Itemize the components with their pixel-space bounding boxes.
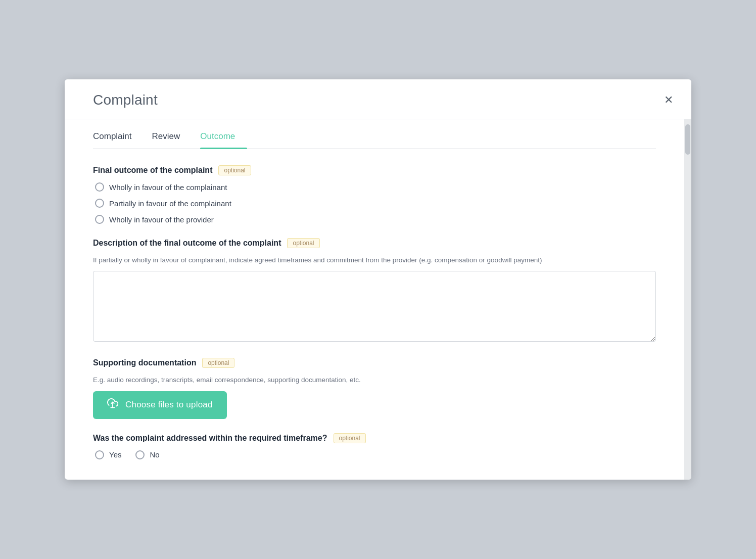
radio-wholly-provider[interactable]: Wholly in favour of the provider [95,215,656,224]
radio-yes-input[interactable] [95,450,104,459]
final-outcome-optional-badge: optional [218,165,251,175]
timeframe-radio-group: Yes No [95,450,656,459]
supporting-docs-section: Supporting documentation optional E.g. a… [93,358,656,419]
final-outcome-radio-group: Wholly in favour of the complainant Part… [95,182,656,224]
description-optional-badge: optional [287,238,319,248]
upload-icon [107,398,118,412]
radio-no-input[interactable] [135,450,145,459]
tab-complaint[interactable]: Complaint [93,123,144,149]
tab-review[interactable]: Review [152,123,193,149]
supporting-docs-helper-text: E.g. audio recordings, transcripts, emai… [93,375,656,385]
upload-button[interactable]: Choose files to upload [93,391,227,419]
modal: Complaint ✕ Complaint Review Outcome [65,79,691,480]
description-label-row: Description of the final outcome of the … [93,238,656,248]
supporting-docs-title: Supporting documentation [93,358,196,367]
modal-header: Complaint ✕ [65,79,691,119]
description-textarea[interactable] [93,271,656,342]
radio-no[interactable]: No [135,450,159,459]
radio-wholly-complainant-input[interactable] [95,182,104,192]
modal-body: Complaint Review Outcome Final outcome o… [65,119,691,480]
description-helper-text: If partially or wholly in favour of comp… [93,255,656,265]
close-button[interactable]: ✕ [662,91,675,109]
final-outcome-section: Final outcome of the complaint optional … [93,165,656,224]
supporting-docs-optional-badge: optional [202,358,234,368]
modal-content: Complaint Review Outcome Final outcome o… [65,119,684,480]
final-outcome-label-row: Final outcome of the complaint optional [93,165,656,175]
scrollbar-track[interactable] [684,119,691,480]
description-title: Description of the final outcome of the … [93,239,281,248]
description-section: Description of the final outcome of the … [93,238,656,343]
scrollbar-thumb[interactable] [685,124,690,155]
radio-wholly-provider-input[interactable] [95,215,104,224]
timeframe-section: Was the complaint addressed within the r… [93,433,656,459]
radio-partially-complainant[interactable]: Partially in favour of the complainant [95,199,656,208]
modal-title: Complaint [93,92,158,108]
tabs-container: Complaint Review Outcome [93,119,656,149]
radio-wholly-complainant[interactable]: Wholly in favour of the complainant [95,182,656,192]
upload-button-label: Choose files to upload [125,400,213,410]
tab-outcome[interactable]: Outcome [200,123,247,149]
timeframe-label-row: Was the complaint addressed within the r… [93,433,656,443]
radio-partially-complainant-input[interactable] [95,199,104,208]
timeframe-title: Was the complaint addressed within the r… [93,434,327,443]
final-outcome-title: Final outcome of the complaint [93,166,212,175]
supporting-docs-label-row: Supporting documentation optional [93,358,656,368]
radio-yes[interactable]: Yes [95,450,121,459]
close-icon: ✕ [664,94,673,107]
timeframe-optional-badge: optional [334,433,366,443]
